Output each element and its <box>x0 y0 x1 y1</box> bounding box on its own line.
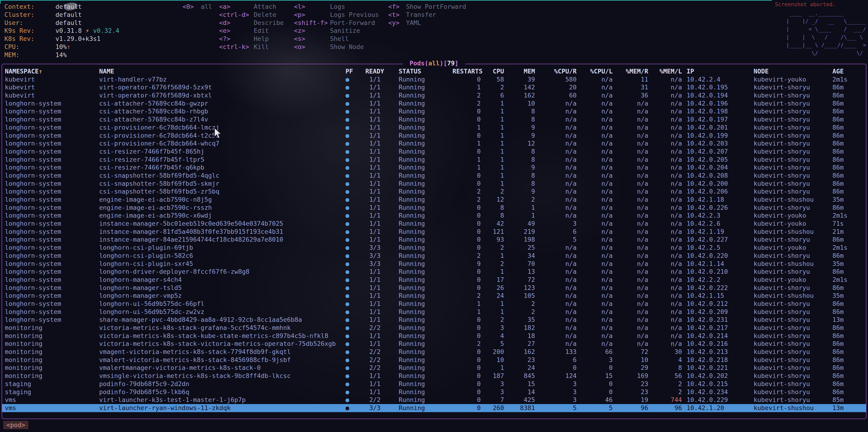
table-row[interactable]: longhorn-systemlonghorn-manager-tsld5●1/… <box>2 284 866 292</box>
table-row[interactable]: longhorn-systemcsi-snapshotter-58bf69fbd… <box>2 172 866 180</box>
cell-node: kubevirt-shoryu <box>752 340 830 348</box>
cell-node: kubevirt-shoryu <box>752 172 830 180</box>
table-row[interactable]: monitoringvmagent-victoria-metrics-k8s-s… <box>2 348 866 356</box>
column-header-mem-r[interactable]: %MEM/R <box>615 67 651 75</box>
table-row[interactable]: longhorn-systemlonghorn-ui-56d9b575dc-zw… <box>2 308 866 316</box>
cell-namespace: monitoring <box>5 332 99 340</box>
column-header-mem[interactable]: MEM <box>506 67 537 75</box>
table-row[interactable]: monitoringvmalertmanager-victoria-metric… <box>2 364 866 372</box>
column-header-restarts[interactable]: RESTARTS <box>453 67 483 75</box>
cell-cpu-r: n/a <box>537 124 579 132</box>
cell-mem-r: n/a <box>615 147 651 156</box>
table-row[interactable]: longhorn-systemcsi-snapshotter-58bf69fbd… <box>2 180 866 188</box>
column-header-namespace[interactable]: NAMESPACE↑ <box>5 67 99 75</box>
cell-node: kubevirt-shushou <box>752 228 830 236</box>
table-row[interactable]: longhorn-systemcsi-snapshotter-58bf69fbd… <box>2 188 866 196</box>
pods-table: Pods(all)[79] NAMESPACE↑NAMEPFREADYSTATU… <box>2 64 866 419</box>
cell-namespace: longhorn-system <box>5 147 99 156</box>
cell-node: kubevirt-shoryu <box>752 348 830 356</box>
table-row[interactable]: longhorn-systemlonghorn-csi-plugin-69tjb… <box>2 244 866 252</box>
cell-cpu-l: n/a <box>579 172 615 180</box>
portforward-dot-icon: ● <box>343 300 363 308</box>
table-row[interactable]: longhorn-systemlonghorn-ui-56d9b575dc-66… <box>2 300 866 308</box>
table-row[interactable]: longhorn-systeminstance-manager-81fd5a40… <box>2 228 866 236</box>
cell-mem-r: n/a <box>615 236 651 244</box>
table-row[interactable]: longhorn-systemcsi-resizer-7466f7b45f-86… <box>2 147 866 156</box>
table-row[interactable]: longhorn-systemlonghorn-manager-vmp5z●1/… <box>2 292 866 300</box>
table-row[interactable]: longhorn-systemcsi-resizer-7466f7b45f-lt… <box>2 156 866 164</box>
cell-cpu-l: n/a <box>579 292 615 300</box>
table-row[interactable]: longhorn-systeminstance-manager-84ae2159… <box>2 236 866 244</box>
cell-age: 86m <box>830 236 864 244</box>
column-header-name[interactable]: NAME <box>99 67 343 75</box>
table-row[interactable]: longhorn-systemcsi-attacher-57689cc84b-g… <box>2 100 866 108</box>
table-row[interactable]: longhorn-systemshare-manager-pvc-4bbd842… <box>2 316 866 324</box>
table-row[interactable]: monitoringvictoria-metrics-k8s-stack-kub… <box>2 332 866 340</box>
table-row[interactable]: kubevirtvirt-handler-v77bz●1/1Running058… <box>2 75 866 84</box>
column-header-node[interactable]: NODE <box>752 67 830 75</box>
cell-ip: 10.42.0.234 <box>684 388 752 396</box>
table-row[interactable]: longhorn-systemcsi-resizer-7466f7b45f-q6… <box>2 164 866 172</box>
cell-status: Running <box>396 348 453 356</box>
cell-mem: 24 <box>506 364 537 372</box>
table-row[interactable]: kubevirtvirt-operator-6776f5689d-xbtxl●1… <box>2 92 866 100</box>
table-row[interactable]: longhorn-systemcsi-attacher-57689cc84b-r… <box>2 107 866 115</box>
table-row[interactable]: monitoringvmsingle-victoria-metrics-k8s-… <box>2 372 866 380</box>
cell-cpu: 26 <box>483 284 506 292</box>
cell-namespace: longhorn-system <box>5 308 99 316</box>
portforward-dot-icon: ● <box>343 228 363 236</box>
cell-age: 86m <box>830 252 864 260</box>
table-row[interactable]: longhorn-systemcsi-attacher-57689cc84b-z… <box>2 115 866 124</box>
hotkey: <e> <box>219 27 254 35</box>
menu-item-show-portforward: <f>Show PortForward <box>388 3 466 11</box>
cell-namespace: longhorn-system <box>5 188 99 196</box>
cell-cpu-r: n/a <box>537 268 579 276</box>
column-header-status[interactable]: STATUS <box>396 67 453 75</box>
column-header-mem-l[interactable]: %MEM/L <box>651 67 684 75</box>
table-row[interactable]: monitoringvictoria-metrics-k8s-stack-gra… <box>2 324 866 332</box>
column-header-cpu-r[interactable]: %CPU/R <box>537 67 579 75</box>
hotkey-label: Sanitize <box>330 27 360 34</box>
cell-namespace: staging <box>5 388 99 396</box>
cell-age: 2m1s <box>830 276 864 284</box>
cell-ready: 3/3 <box>363 252 396 260</box>
table-row[interactable]: kubevirtvirt-operator-6776f5689d-5zx9t●1… <box>2 84 866 92</box>
table-row[interactable]: longhorn-systeminstance-manager-5bc01eeb… <box>2 220 866 228</box>
table-row[interactable]: vmsvirt-launcher-k3s-test-1-master-1-j6p… <box>2 396 866 404</box>
table-row[interactable]: longhorn-systemcsi-provisioner-6c78dcb66… <box>2 139 866 147</box>
column-header-ip[interactable]: IP <box>684 67 752 75</box>
table-row[interactable]: stagingpodinfo-79db68f5c9-lkb6q●1/1Runni… <box>2 388 866 396</box>
table-row[interactable]: longhorn-systemengine-image-ei-acb7590c-… <box>2 196 866 204</box>
column-header-cpu-l[interactable]: %CPU/L <box>579 67 615 75</box>
table-row[interactable]: stagingpodinfo-79db68f5c9-2d2dn●1/1Runni… <box>2 380 866 388</box>
cell-namespace: vms <box>5 404 99 412</box>
cell-ip: 10.42.0.217 <box>684 324 752 332</box>
portforward-dot-icon: ● <box>343 211 363 220</box>
table-row[interactable]: monitoringvmalert-victoria-metrics-k8s-s… <box>2 356 866 364</box>
cell-cpu-r: n/a <box>537 316 579 324</box>
table-row[interactable]: longhorn-systemengine-image-ei-acb7590c-… <box>2 211 866 220</box>
table-row[interactable]: longhorn-systemlonghorn-csi-plugin-sxr45… <box>2 260 866 268</box>
table-row[interactable]: longhorn-systemcsi-provisioner-6c78dcb66… <box>2 124 866 132</box>
mouse-cursor <box>214 128 222 139</box>
breadcrumb-pod[interactable]: <pod> <box>3 421 28 429</box>
column-header-age[interactable]: AGE <box>830 67 864 75</box>
cell-cpu-r: 6 <box>537 356 579 364</box>
table-row[interactable]: monitoringvictoria-metrics-k8s-stack-vic… <box>2 340 866 348</box>
table-row[interactable]: longhorn-systemcsi-provisioner-6c78dcb66… <box>2 132 866 140</box>
cell-age: 86m <box>830 107 864 115</box>
cell-name: engine-image-ei-acb7590c-x6wdj <box>99 211 343 220</box>
column-header-ready[interactable]: READY <box>363 67 396 75</box>
table-row[interactable]: longhorn-systemengine-image-ei-acb7590c-… <box>2 204 866 212</box>
menu: <0>all<a>Attach<ctrl-d>Delete<d>Describe… <box>0 3 868 61</box>
cell-mem-l: n/a <box>651 228 684 236</box>
cell-cpu-l: n/a <box>579 92 615 100</box>
table-row[interactable]: longhorn-systemlonghorn-driver-deployer-… <box>2 268 866 276</box>
column-header-pf[interactable]: PF <box>343 67 363 75</box>
table-row[interactable]: longhorn-systemlonghorn-manager-s4ch4●1/… <box>2 276 866 284</box>
portforward-dot-icon: ● <box>343 236 363 244</box>
cell-namespace: kubevirt <box>5 75 99 84</box>
table-row-selected[interactable]: vmsvirt-launcher-ryan-windows-11-zkdqk●3… <box>2 404 866 412</box>
column-header-cpu[interactable]: CPU <box>483 67 506 75</box>
table-row[interactable]: longhorn-systemlonghorn-csi-plugin-582c6… <box>2 252 866 260</box>
